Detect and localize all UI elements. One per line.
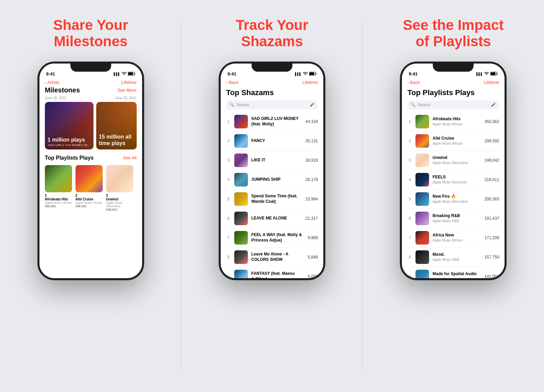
- playlist-name: Afrobeats Hits: [45, 197, 72, 201]
- milestone-card-2[interactable]: 15 million all time plays: [96, 102, 137, 149]
- list-item[interactable]: 7 Africa Now Apple Music African 171,208: [407, 228, 499, 248]
- item-count: 23,964: [305, 197, 318, 201]
- item-number: 5: [226, 196, 231, 201]
- item-info: Spend Some Time (feat.Wande Coal): [251, 194, 302, 204]
- list-item[interactable]: 3 Unwind Apple Music Alternative 248,042: [407, 151, 499, 170]
- list-item[interactable]: 5 New Fire 🔥 Apple Music Alternative 200…: [407, 190, 499, 209]
- status-icons: ▌▌▌: [114, 72, 135, 76]
- wifi-icon: [122, 72, 126, 76]
- status-time: 9:41: [227, 71, 236, 76]
- signal-icon: ▌▌▌: [295, 72, 302, 76]
- item-number: 4: [407, 177, 412, 182]
- item-number: 6: [407, 216, 412, 221]
- item-count: 44,334: [305, 119, 318, 124]
- list-item[interactable]: 9 Made for Spatial Audio Apple Music 141…: [407, 267, 499, 278]
- panel-milestones: Share YourMilestones 9:41 ▌▌▌: [0, 0, 181, 392]
- item-name: FEEL A WAY (feat. Moliy &Princess Adjua): [251, 232, 304, 243]
- list-item[interactable]: 4 FEELS Apple Music Electronic 218,011: [407, 170, 499, 190]
- search-bar[interactable]: 🔍 Search 🎤: [226, 101, 318, 109]
- list-item[interactable]: 5 Spend Some Time (feat.Wande Coal) 23,9…: [226, 190, 318, 209]
- item-info: JUMPING SHIP: [251, 177, 302, 182]
- item-name: JUMPING SHIP: [251, 177, 302, 182]
- list-item[interactable]: 6 LEAVE ME ALONE 21,317: [226, 209, 318, 228]
- page-title: Top Playlists Plays: [407, 88, 475, 97]
- item-name: Breaking R&B: [432, 213, 481, 219]
- list-item[interactable]: 8 Mood. Apple Music R&B 157,750: [407, 248, 499, 267]
- back-button[interactable]: ‹ Back: [226, 80, 239, 85]
- milestones-title: Milestones: [45, 86, 80, 94]
- item-number: 5: [407, 196, 412, 201]
- playlist-meta: Apple Music Alternative: [106, 201, 133, 208]
- notch: [433, 62, 474, 72]
- item-number: 4: [226, 177, 231, 182]
- playlist-section-header: Top Playlists Plays See All: [39, 154, 142, 162]
- lifetime-button[interactable]: Lifetime: [121, 80, 137, 85]
- list-item[interactable]: 3 LIKE IT 28,918: [226, 151, 318, 170]
- milestone-song-1: 'SAD GIRLZ LUV MONEY (fe...': [48, 143, 91, 147]
- milestone-card-1[interactable]: 1 million plays 'SAD GIRLZ LUV MONEY (fe…: [45, 102, 94, 149]
- item-number: 1: [407, 119, 412, 124]
- item-name: Unwind: [432, 155, 481, 161]
- panel-title-2: Track YourShazams: [236, 17, 308, 50]
- notch: [252, 62, 292, 72]
- search-placeholder: Search: [418, 103, 489, 107]
- item-thumbnail: [415, 115, 429, 128]
- item-info: Mood. Apple Music R&B: [432, 252, 481, 262]
- item-info: FANCY: [251, 138, 302, 144]
- item-thumbnail: [415, 173, 429, 186]
- list-item[interactable]: 2 Alté Cruise Apple Music African 296,59…: [407, 131, 499, 151]
- back-button[interactable]: ‹ Artists: [45, 80, 60, 85]
- back-button[interactable]: ‹ Back: [407, 80, 420, 85]
- list-item[interactable]: 8 Leave Me Alone - ACOLORS SHOW 5,848: [226, 248, 318, 267]
- playlist-item-1[interactable]: 1 Afrobeats Hits Apple Music African 450…: [45, 165, 72, 211]
- list-item[interactable]: 2 FANCY 35,131: [226, 131, 318, 151]
- playlist-item-2[interactable]: 2 Alté Cruise Apple Music African 296,59…: [75, 165, 103, 211]
- item-info: FEELS Apple Music Electronic: [432, 175, 481, 184]
- item-number: 2: [407, 138, 412, 143]
- playlist-meta: Apple Music African: [75, 201, 103, 204]
- item-count: 9,968: [308, 235, 318, 240]
- playlist-item-3[interactable]: 3 Unwind Apple Music Alternative 248,042: [106, 165, 133, 211]
- list-scroll: 1 SAD GIRLZ LUV MONEY(feat. Moliy) 44,33…: [221, 112, 323, 278]
- item-name: Spend Some Time (feat.Wande Coal): [251, 194, 302, 204]
- signal-icon: ▌▌▌: [476, 72, 483, 76]
- list-item[interactable]: 9 FANTASY (feat. Maesu& CKay) 5,009: [226, 267, 318, 278]
- playlist-meta: Apple Music African: [45, 201, 72, 204]
- status-icons: ▌▌▌: [295, 72, 317, 76]
- item-number: 9: [226, 274, 231, 278]
- lifetime-button[interactable]: Lifetime: [484, 80, 499, 85]
- list-item[interactable]: 1 SAD GIRLZ LUV MONEY(feat. Moliy) 44,33…: [226, 112, 318, 131]
- list-item[interactable]: 6 Breaking R&B Apple Music R&B 191,437: [407, 209, 499, 228]
- see-all-button[interactable]: See All: [123, 155, 136, 160]
- list-item[interactable]: 1 Afrobeats Hits Apple Music African 450…: [407, 112, 499, 131]
- see-more-button[interactable]: See More: [117, 88, 136, 93]
- list-item[interactable]: 4 JUMPING SHIP 26,179: [226, 170, 318, 190]
- panel-playlists: See the Impactof Playlists 9:41 ▌▌▌: [363, 0, 544, 392]
- item-info: LEAVE ME ALONE: [251, 216, 302, 221]
- battery-icon: [309, 72, 317, 76]
- item-name: Made for Spatial Audio: [432, 271, 481, 277]
- item-count: 21,317: [305, 216, 318, 221]
- item-name: Mood.: [432, 252, 481, 257]
- item-name: Leave Me Alone - ACOLORS SHOW: [251, 252, 304, 262]
- item-sub: Apple Music African: [432, 238, 481, 243]
- item-count: 5,009: [308, 274, 318, 278]
- item-count: 450,362: [485, 119, 499, 124]
- item-count: 218,011: [485, 177, 499, 182]
- list-item[interactable]: 7 FEEL A WAY (feat. Moliy &Princess Adju…: [226, 228, 318, 248]
- item-sub: Apple Music African: [432, 122, 481, 126]
- item-info: Alté Cruise Apple Music African: [432, 136, 481, 146]
- status-time: 9:41: [46, 71, 55, 76]
- item-count: 28,918: [305, 158, 318, 163]
- item-number: 8: [226, 254, 231, 260]
- item-count: 200,363: [485, 197, 499, 201]
- item-count: 5,848: [308, 255, 318, 260]
- item-number: 1: [226, 119, 231, 124]
- wifi-icon: [303, 72, 308, 76]
- milestone-plays-1: 1 million plays: [48, 137, 91, 143]
- lifetime-button[interactable]: Lifetime: [302, 80, 318, 85]
- date-1: June 26, 2021: [45, 96, 66, 100]
- nav-bar: ‹ Back Lifetime: [221, 78, 323, 88]
- item-thumbnail: [234, 115, 248, 128]
- search-bar[interactable]: 🔍 Search 🎤: [407, 101, 499, 109]
